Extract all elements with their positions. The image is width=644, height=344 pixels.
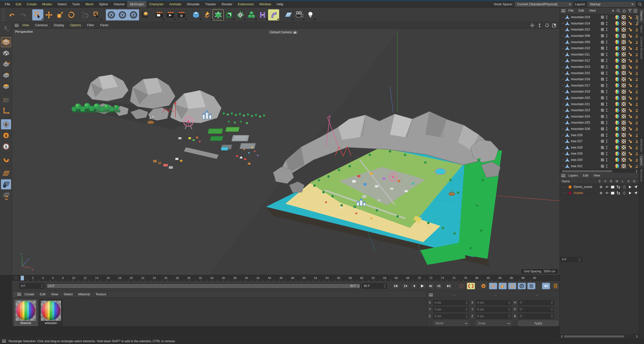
coordinate-space-select[interactable]: World — [433, 321, 469, 326]
menu-item[interactable]: Tools — [70, 1, 83, 7]
phong-tag-icon[interactable] — [627, 139, 633, 144]
filter-icon[interactable] — [628, 9, 632, 12]
visibility-dots-toggle[interactable] — [606, 46, 611, 50]
visibility-dots-toggle[interactable] — [606, 108, 611, 112]
visibility-dots-toggle[interactable] — [606, 27, 611, 32]
layer-solo-toggle[interactable] — [598, 185, 604, 189]
uvw-tag-icon[interactable] — [620, 83, 627, 88]
material-menu-item[interactable]: Create — [22, 291, 37, 297]
enable-toggle[interactable] — [601, 164, 606, 168]
material-hamburger-icon[interactable] — [17, 293, 21, 296]
object-extra-tag-icon[interactable] — [633, 139, 639, 143]
object-row[interactable]: mountain.011 — [560, 51, 639, 58]
uvw-tag-icon[interactable] — [620, 121, 627, 125]
uvw-tag-icon[interactable] — [620, 15, 627, 19]
visibility-dots-toggle[interactable] — [606, 146, 611, 150]
current-frame-field[interactable]: 0 F — [19, 283, 44, 289]
goto-end-button[interactable] — [445, 283, 453, 289]
object-extra-tag-icon[interactable] — [633, 146, 639, 150]
phong-tag-icon[interactable] — [627, 133, 633, 137]
object-extra-tag-icon[interactable] — [633, 46, 639, 50]
object-row[interactable]: mountain.014 — [560, 20, 639, 27]
phong-tag-icon[interactable] — [627, 52, 633, 56]
viewport-menu-item[interactable]: Display — [51, 22, 67, 28]
visibility-dots-toggle[interactable] — [606, 96, 611, 100]
material-tag-icon[interactable] — [614, 145, 620, 150]
timeline-grip[interactable] — [14, 276, 18, 280]
layer-render-toggle[interactable] — [610, 185, 616, 189]
enable-toggle[interactable] — [601, 84, 606, 87]
right-hscroll-thumb[interactable] — [564, 335, 624, 337]
object-extra-tag-icon[interactable] — [633, 152, 639, 156]
material-tag-icon[interactable] — [614, 152, 620, 156]
workplane-button[interactable] — [1, 168, 11, 178]
coordinate-system-toggle[interactable] — [139, 9, 150, 20]
record-parameter-toggle[interactable]: P — [518, 283, 526, 289]
material-menu-item[interactable]: Edit — [37, 291, 48, 297]
object-extra-tag-icon[interactable] — [633, 52, 639, 56]
visibility-dots-toggle[interactable] — [606, 127, 611, 131]
menu-item[interactable]: Render — [219, 1, 235, 7]
menu-item[interactable]: Edit — [13, 1, 24, 7]
visibility-dots-toggle[interactable] — [606, 71, 611, 75]
uvw-tag-icon[interactable] — [620, 158, 627, 162]
autokey-button[interactable] — [457, 283, 465, 289]
object-row[interactable]: tree.028 — [560, 144, 639, 151]
material-tag-icon[interactable] — [614, 90, 620, 94]
list-scroll-down-icon[interactable]: ⌄ — [635, 165, 637, 169]
enable-toggle[interactable] — [601, 139, 606, 143]
enable-toggle[interactable] — [601, 115, 606, 118]
material-tag-icon[interactable] — [614, 34, 620, 38]
panel-tab[interactable]: Layers — [639, 154, 644, 167]
visibility-dots-toggle[interactable] — [606, 139, 611, 143]
previous-frame-button[interactable] — [410, 283, 418, 289]
enable-toggle[interactable] — [601, 158, 606, 162]
material-tag-icon[interactable] — [614, 108, 620, 112]
visibility-dots-toggle[interactable] — [606, 52, 611, 56]
visibility-dots-toggle[interactable] — [606, 21, 611, 25]
uvw-tag-icon[interactable] — [620, 34, 627, 38]
position-x-field[interactable]: 0 cm — [433, 300, 469, 305]
phong-tag-icon[interactable] — [627, 21, 633, 25]
object-row[interactable]: mountain.018 — [560, 89, 639, 95]
snap-2d-button[interactable]: S — [1, 141, 11, 152]
scale-tool[interactable] — [54, 9, 66, 20]
uvw-tag-icon[interactable] — [620, 65, 627, 69]
viewport-menu-item[interactable]: Filter — [84, 22, 97, 28]
object-extra-tag-icon[interactable] — [633, 83, 639, 88]
object-row[interactable]: mountain.020 — [560, 95, 639, 101]
uvw-tag-icon[interactable] — [620, 77, 627, 81]
timeline-ruler[interactable]: 0246810121416182022242628303234363840424… — [12, 275, 560, 281]
layer-visibility-toggle[interactable] — [604, 185, 610, 189]
material-swatch[interactable]: emission — [39, 300, 62, 326]
texture-mode-button[interactable] — [1, 48, 11, 58]
undo-button[interactable] — [7, 9, 18, 20]
material-tag-icon[interactable] — [614, 158, 620, 162]
material-tag-icon[interactable] — [614, 83, 620, 88]
menu-item[interactable]: File — [2, 1, 13, 7]
enable-toggle[interactable] — [601, 59, 606, 62]
menu-item[interactable]: Select — [55, 1, 69, 7]
snap-3d-button[interactable]: S — [1, 130, 11, 140]
record-rotation-toggle[interactable] — [508, 283, 516, 289]
tweak-mode-button[interactable] — [1, 95, 11, 105]
layout-select[interactable]: Startup — [588, 2, 635, 7]
enable-toggle[interactable] — [601, 96, 606, 100]
enable-toggle[interactable] — [601, 28, 606, 31]
phong-tag-icon[interactable] — [627, 158, 633, 162]
frame-stepper[interactable] — [41, 284, 43, 287]
object-extra-tag-icon[interactable] — [633, 121, 639, 125]
layer-render-toggle[interactable] — [610, 191, 616, 195]
object-row[interactable]: mountain.008 — [560, 33, 639, 39]
viewport-hamburger-icon[interactable] — [15, 24, 19, 27]
move-tool[interactable] — [43, 9, 54, 20]
material-tag-icon[interactable] — [614, 52, 620, 56]
volume-builder-button[interactable] — [246, 9, 257, 20]
menu-item[interactable]: Modes — [39, 1, 55, 7]
object-row[interactable]: mountain.010 — [560, 45, 639, 51]
zoom-view-icon[interactable] — [537, 23, 542, 27]
menu-item[interactable]: MoGraph — [127, 1, 146, 7]
layer-manager-toggle[interactable] — [616, 185, 621, 189]
fields-button[interactable] — [235, 9, 246, 20]
menu-item[interactable]: Help — [274, 1, 286, 7]
